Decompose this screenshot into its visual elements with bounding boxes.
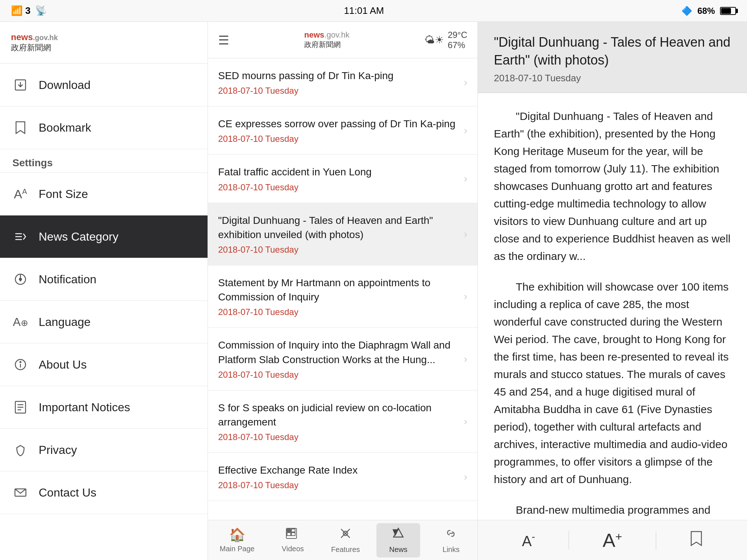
logo-chinese: 政府新聞網 xyxy=(11,42,197,53)
main-area: news.gov.hk 政府新聞網 Download xyxy=(0,22,747,560)
sidebar-item-font-size[interactable]: AA Font Size xyxy=(0,173,208,215)
news-item-title: Statement by Mr Hartmann on appointments… xyxy=(218,276,458,304)
article-paragraph: The exhibition will showcase over 100 it… xyxy=(494,278,731,488)
news-item-date: 2018-07-10 Tuesday xyxy=(218,432,458,442)
tab-links[interactable]: Links xyxy=(429,523,473,557)
important-notices-label: Important Notices xyxy=(39,401,130,414)
tab-features-icon xyxy=(339,527,352,543)
tab-main-page[interactable]: 🏠 Main Page xyxy=(212,524,262,557)
about-us-icon xyxy=(12,357,28,373)
news-item-content: S for S speaks on judicial review on co-… xyxy=(218,401,458,442)
tab-videos-label: Videos xyxy=(282,545,304,553)
news-item-date: 2018-07-10 Tuesday xyxy=(218,182,458,192)
contact-us-label: Contact Us xyxy=(39,486,96,499)
news-item[interactable]: Fatal traffic accident in Yuen Long 2018… xyxy=(208,155,477,203)
news-item[interactable]: SED mourns passing of Dr Tin Ka-ping 201… xyxy=(208,58,477,106)
notification-label: Notification xyxy=(39,273,96,286)
news-chevron-icon: › xyxy=(464,471,467,483)
news-item[interactable]: Commission of Inquiry into the Diaphragm… xyxy=(208,328,477,390)
font-increase-button[interactable]: A+ xyxy=(592,526,633,555)
weather-icon: 🌤☀ xyxy=(425,34,444,46)
contact-us-icon xyxy=(12,485,28,501)
article-bookmark-icon xyxy=(690,531,703,546)
news-item-date: 2018-07-10 Tuesday xyxy=(218,307,458,317)
weather-info: 🌤☀ 29°C 67% xyxy=(425,30,467,50)
sidebar-item-privacy[interactable]: Privacy xyxy=(0,429,208,471)
svg-point-6 xyxy=(19,278,22,280)
sidebar-menu: Download Bookmark Settings AA Font Size xyxy=(0,64,208,560)
news-item[interactable]: Statement by Mr Hartmann on appointments… xyxy=(208,265,477,328)
sidebar-item-important-notices[interactable]: Important Notices xyxy=(0,386,208,429)
news-item[interactable]: Effective Exchange Rate Index 2018-07-10… xyxy=(208,453,477,501)
svg-marker-26 xyxy=(393,530,398,535)
tab-features-label: Features xyxy=(331,545,360,554)
bookmark-icon xyxy=(12,120,28,136)
news-item[interactable]: S for S speaks on judicial review on co-… xyxy=(208,390,477,453)
status-left: 📶 3 📡 xyxy=(11,5,47,16)
header-logo-bottom: 政府新聞網 xyxy=(304,40,349,50)
status-right: 🔷 68% xyxy=(681,6,736,16)
news-item-title: SED mourns passing of Dr Tin Ka-ping xyxy=(218,69,458,83)
svg-rect-18 xyxy=(287,529,291,532)
settings-header: Settings xyxy=(0,149,208,173)
news-item-content: Statement by Mr Hartmann on appointments… xyxy=(218,276,458,317)
privacy-icon xyxy=(12,442,28,458)
bookmark-label: Bookmark xyxy=(39,121,91,135)
font-decrease-button[interactable]: A- xyxy=(511,526,546,554)
bluetooth-icon: 🔷 xyxy=(681,6,692,16)
sidebar-item-news-category[interactable]: News Category xyxy=(0,215,208,258)
svg-rect-19 xyxy=(287,533,291,536)
tab-news-icon xyxy=(391,527,405,543)
news-header-logo: news.gov.hk 政府新聞網 xyxy=(304,30,349,50)
download-icon xyxy=(12,77,28,93)
logo-gov: .gov.hk xyxy=(33,34,58,42)
font-size-icon: AA xyxy=(12,186,28,202)
sidebar-item-about-us[interactable]: About Us xyxy=(0,343,208,386)
news-list: SED mourns passing of Dr Tin Ka-ping 201… xyxy=(208,58,477,520)
news-item-title: Effective Exchange Rate Index xyxy=(218,463,458,477)
article-bookmark-button[interactable] xyxy=(679,527,714,553)
tab-videos[interactable]: Videos xyxy=(271,524,315,557)
language-icon: A⊕ xyxy=(12,314,28,330)
font-increase-label: A xyxy=(603,530,615,551)
article-date: 2018-07-10 Tuesday xyxy=(494,73,731,84)
font-size-label: Font Size xyxy=(39,187,88,201)
news-item-content: Commission of Inquiry into the Diaphragm… xyxy=(218,338,458,380)
news-item-content: SED mourns passing of Dr Tin Ka-ping 201… xyxy=(218,69,458,96)
tab-main-page-label: Main Page xyxy=(220,545,255,553)
svg-rect-21 xyxy=(291,533,295,536)
article-body: "Digital Dunhuang - Tales of Heaven and … xyxy=(478,93,747,520)
notification-icon xyxy=(12,271,28,287)
news-item[interactable]: CE expresses sorrow over passing of Dr T… xyxy=(208,106,477,155)
privacy-label: Privacy xyxy=(39,443,77,457)
tab-news[interactable]: News xyxy=(376,523,420,557)
hamburger-icon[interactable]: ☰ xyxy=(218,33,229,47)
sidebar-item-contact-us[interactable]: Contact Us xyxy=(0,471,208,514)
status-time: 11:01 AM xyxy=(344,5,384,16)
download-label: Download xyxy=(39,78,90,92)
font-decrease-minus: - xyxy=(532,531,535,542)
news-item-date: 2018-07-10 Tuesday xyxy=(218,134,458,144)
news-item[interactable]: "Digital Dunhuang - Tales of Heaven and … xyxy=(208,203,477,265)
battery-level: 68% xyxy=(697,6,715,16)
article-paragraph: "Digital Dunhuang - Tales of Heaven and … xyxy=(494,108,731,265)
tab-features[interactable]: Features xyxy=(324,523,367,557)
tab-news-label: News xyxy=(389,545,407,554)
about-us-label: About Us xyxy=(39,358,87,372)
svg-point-11 xyxy=(20,362,21,363)
sidebar-item-download[interactable]: Download xyxy=(0,64,208,106)
news-item-content: "Digital Dunhuang - Tales of Heaven and … xyxy=(218,213,458,255)
battery-icon xyxy=(720,7,736,15)
sidebar: news.gov.hk 政府新聞網 Download xyxy=(0,22,208,560)
divider-1 xyxy=(569,531,569,549)
news-header: ☰ news.gov.hk 政府新聞網 🌤☀ 29°C 67% xyxy=(208,22,477,58)
language-label: Language xyxy=(39,315,90,329)
font-increase-plus: + xyxy=(615,530,622,543)
sidebar-item-notification[interactable]: Notification xyxy=(0,258,208,301)
sidebar-item-language[interactable]: A⊕ Language xyxy=(0,301,208,343)
news-chevron-icon: › xyxy=(464,125,467,136)
sidebar-item-bookmark[interactable]: Bookmark xyxy=(0,106,208,149)
article-title: "Digital Dunhuang - Tales of Heaven and … xyxy=(494,34,731,69)
article-header: "Digital Dunhuang - Tales of Heaven and … xyxy=(478,22,747,93)
divider-2 xyxy=(656,531,656,549)
